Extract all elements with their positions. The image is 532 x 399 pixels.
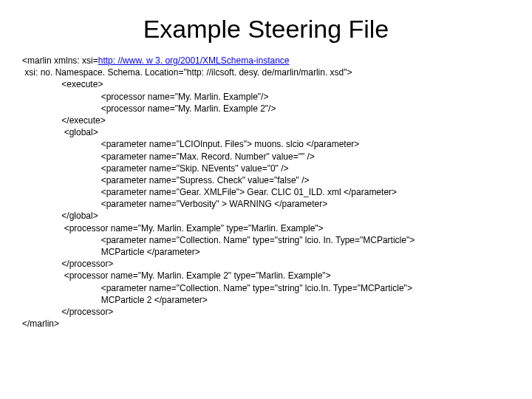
- code-line: <parameter name="Skip. NEvents" value="0…: [22, 163, 289, 174]
- xml-schema-link[interactable]: http: //www. w 3. org/2001/XMLSchema-ins…: [98, 55, 290, 66]
- code-block: <marlin xmlns: xsi=http: //www. w 3. org…: [22, 55, 510, 330]
- code-line: xsi: no. Namespace. Schema. Location="ht…: [22, 67, 352, 78]
- code-line: <parameter name="Supress. Check" value="…: [22, 175, 310, 185]
- code-line: <parameter name="Max. Record. Number" va…: [22, 151, 315, 162]
- code-line: <parameter name="Verbosity" > WARNING </…: [22, 199, 327, 209]
- code-line: MCParticle </parameter>: [22, 247, 200, 257]
- code-line: <parameter name="Collection. Name" type=…: [22, 235, 415, 245]
- code-line: <parameter name="Collection. Name" type=…: [22, 283, 412, 293]
- code-line: </processor>: [22, 259, 113, 269]
- code-line: </execute>: [22, 115, 106, 126]
- code-line: <processor name="My. Marlin. Example" ty…: [22, 223, 324, 233]
- slide-title: Example Steering File: [22, 15, 510, 44]
- code-line: <processor name="My. Marlin. Example 2"/…: [22, 103, 276, 114]
- code-line: <parameter name="LCIOInput. Files"> muon…: [22, 139, 359, 149]
- code-line: <processor name="My. Marlin. Example 2" …: [22, 270, 331, 281]
- code-line: <execute>: [22, 79, 103, 89]
- code-line: </marlin>: [22, 318, 59, 329]
- code-line: MCParticle 2 </parameter>: [22, 295, 208, 305]
- code-line: <processor name="My. Marlin. Example"/>: [22, 92, 268, 102]
- code-line: <parameter name="Gear. XMLFile"> Gear. C…: [22, 187, 397, 197]
- code-line: <marlin xmlns: xsi=: [22, 55, 98, 66]
- slide: Example Steering File <marlin xmlns: xsi…: [0, 0, 532, 399]
- code-line: </processor>: [22, 307, 113, 317]
- code-line: <global>: [22, 127, 98, 137]
- code-line: </global>: [22, 211, 98, 221]
